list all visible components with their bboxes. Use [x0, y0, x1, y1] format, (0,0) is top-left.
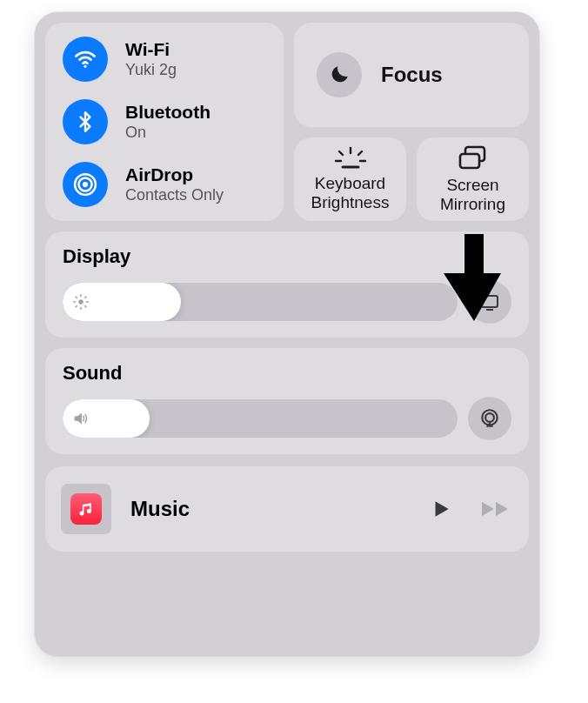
now-playing-tile[interactable]: Music [45, 466, 529, 552]
bluetooth-icon [63, 99, 108, 144]
sound-heading: Sound [63, 362, 511, 385]
svg-line-19 [76, 306, 77, 307]
music-label: Music [130, 497, 411, 521]
wifi-icon [63, 37, 108, 82]
play-icon [430, 498, 452, 520]
svg-point-12 [78, 299, 84, 305]
bluetooth-title: Bluetooth [125, 102, 210, 123]
sound-section: Sound [45, 348, 529, 454]
svg-point-24 [485, 413, 494, 422]
wifi-title: Wi-Fi [125, 39, 177, 60]
svg-rect-21 [482, 296, 498, 307]
next-button[interactable] [480, 498, 513, 520]
connectivity-tile: Wi-Fi Yuki 2g Bluetooth On [45, 23, 284, 221]
control-center: Wi-Fi Yuki 2g Bluetooth On [35, 12, 539, 656]
fast-forward-icon [480, 498, 513, 520]
svg-point-1 [83, 182, 88, 187]
wifi-text: Wi-Fi Yuki 2g [125, 39, 177, 78]
wifi-sub: Yuki 2g [125, 61, 177, 79]
display-heading: Display [63, 245, 511, 268]
svg-point-0 [84, 65, 86, 68]
airdrop-text: AirDrop Contacts Only [125, 164, 224, 204]
screen-mirroring-label: Screen Mirroring [424, 176, 522, 214]
music-app-icon [70, 493, 102, 525]
airdrop-icon [63, 162, 108, 207]
sound-output-button[interactable] [468, 397, 511, 440]
display-section: Display [45, 231, 529, 338]
top-row: Wi-Fi Yuki 2g Bluetooth On [45, 23, 529, 221]
svg-line-5 [339, 151, 343, 155]
svg-line-18 [85, 306, 86, 307]
album-art [61, 484, 111, 534]
keyboard-brightness-label: Keyboard Brightness [301, 174, 399, 212]
svg-line-20 [85, 297, 86, 298]
moon-icon [317, 52, 362, 97]
display-fill [63, 283, 181, 321]
mini-row: Keyboard Brightness Screen Mirroring [294, 137, 529, 221]
screen-mirroring-icon [456, 144, 491, 172]
svg-line-6 [358, 151, 362, 155]
wifi-toggle[interactable]: Wi-Fi Yuki 2g [63, 37, 266, 82]
focus-button[interactable]: Focus [294, 23, 529, 127]
monitor-icon [479, 291, 500, 312]
right-column: Focus Keyboard Brightness [294, 23, 529, 221]
bluetooth-sub: On [125, 124, 210, 142]
bluetooth-text: Bluetooth On [125, 102, 210, 141]
keyboard-brightness-icon [332, 146, 369, 171]
display-slider[interactable] [63, 283, 458, 321]
sun-small-icon [71, 292, 90, 311]
focus-label: Focus [381, 63, 443, 87]
speaker-small-icon [71, 409, 90, 428]
sound-fill [63, 399, 150, 438]
display-options-button[interactable] [468, 280, 511, 324]
bluetooth-toggle[interactable]: Bluetooth On [63, 99, 266, 144]
play-button[interactable] [430, 498, 452, 520]
svg-line-17 [76, 297, 77, 298]
screen-mirroring-button[interactable]: Screen Mirroring [417, 137, 529, 221]
airdrop-toggle[interactable]: AirDrop Contacts Only [63, 162, 266, 207]
sound-slider[interactable] [63, 399, 458, 438]
svg-rect-11 [460, 154, 479, 168]
airplay-audio-icon [478, 407, 501, 430]
keyboard-brightness-button[interactable]: Keyboard Brightness [294, 137, 406, 221]
airdrop-title: AirDrop [125, 164, 224, 185]
airdrop-sub: Contacts Only [125, 186, 224, 204]
